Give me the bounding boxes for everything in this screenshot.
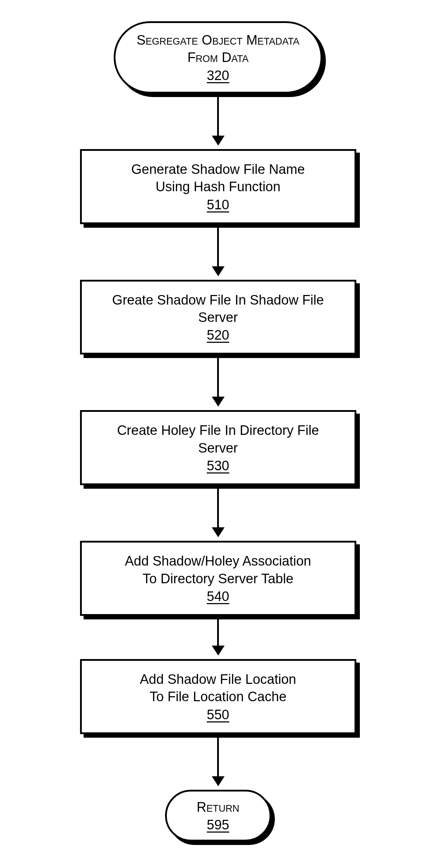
step2-line1: Greate Shadow File In Shadow File Server xyxy=(96,291,340,327)
step1-number: 510 xyxy=(207,197,229,212)
process-step-4: Add Shadow/Holey Association To Director… xyxy=(80,541,356,616)
end-number: 595 xyxy=(207,817,229,833)
step5-line1: Add Shadow File Location xyxy=(96,671,340,688)
start-text-line2: From Data xyxy=(137,49,300,66)
arrow-5 xyxy=(212,619,225,656)
arrow-2 xyxy=(212,228,225,276)
start-number: 320 xyxy=(207,68,229,83)
end-terminal: Return 595 xyxy=(165,790,271,841)
step3-line1: Create Holey File In Directory File Serv… xyxy=(96,422,340,457)
flowchart-container: Segregate Object Metadata From Data 320 … xyxy=(59,21,378,841)
step4-line2: To Directory Server Table xyxy=(96,570,340,588)
step1-line2: Using Hash Function xyxy=(96,178,340,195)
start-text-line1: Segregate Object Metadata xyxy=(137,32,300,49)
step5-number: 550 xyxy=(207,707,229,722)
step3-number: 530 xyxy=(207,458,229,473)
arrow-1 xyxy=(212,97,225,146)
step2-number: 520 xyxy=(207,328,229,343)
arrow-4 xyxy=(212,489,225,537)
arrow-6 xyxy=(212,738,225,786)
process-step-5: Add Shadow File Location To File Locatio… xyxy=(80,659,356,734)
step4-line1: Add Shadow/Holey Association xyxy=(96,552,340,570)
arrow-3 xyxy=(212,358,225,407)
start-terminal: Segregate Object Metadata From Data 320 xyxy=(114,21,323,93)
process-step-2: Greate Shadow File In Shadow File Server… xyxy=(80,280,356,355)
step1-line1: Generate Shadow File Name xyxy=(96,161,340,178)
process-step-1: Generate Shadow File Name Using Hash Fun… xyxy=(80,149,356,224)
step5-line2: To File Location Cache xyxy=(96,688,340,705)
process-step-3: Create Holey File In Directory File Serv… xyxy=(80,410,356,485)
step4-number: 540 xyxy=(207,589,229,604)
end-text: Return xyxy=(188,799,248,816)
